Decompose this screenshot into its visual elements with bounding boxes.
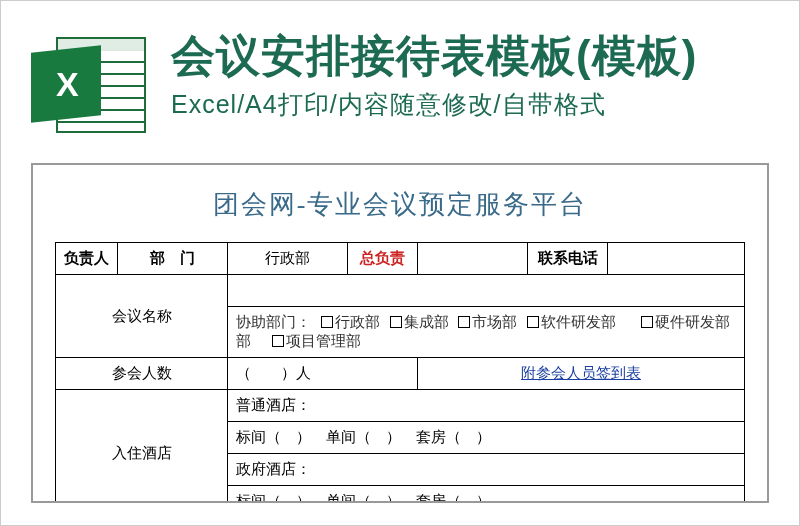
page-title: 会议安排接待表模板(模板): [171, 31, 769, 82]
attendee-count: （ ）人: [228, 358, 418, 390]
checkbox-icon: [458, 316, 470, 328]
phone-label: 联系电话: [528, 243, 608, 275]
signin-link-cell: 附参会人员签到表: [418, 358, 745, 390]
hotel-gov-rooms: 标间（ ） 单间（ ） 套房（ ）: [228, 486, 745, 504]
meeting-form-table: 负责人 部 门 行政部 总负责 联系电话 会议名称 协助部门： 行政部 集成部 …: [55, 242, 745, 503]
assist-option: 项目管理部: [286, 333, 361, 349]
table-row: 负责人 部 门 行政部 总负责 联系电话: [56, 243, 745, 275]
hotel-label: 入住酒店: [56, 390, 228, 504]
overall-label: 总负责: [348, 243, 418, 275]
checkbox-icon: [527, 316, 539, 328]
checkbox-icon: [390, 316, 402, 328]
assist-option: 集成部: [404, 314, 449, 330]
dept-label: 部 门: [118, 243, 228, 275]
table-row: 入住酒店 普通酒店：: [56, 390, 745, 422]
hotel-normal-label: 普通酒店：: [228, 390, 745, 422]
phone-value: [608, 243, 745, 275]
overall-value: [418, 243, 528, 275]
title-block: 会议安排接待表模板(模板) Excel/A4打印/内容随意修改/自带格式: [171, 31, 769, 121]
document-preview: 团会网-专业会议预定服务平台 负责人 部 门 行政部 总负责 联系电话 会议名称…: [31, 163, 769, 503]
excel-badge-letter: X: [56, 65, 76, 104]
table-row: 会议名称: [56, 275, 745, 307]
assist-option: 行政部: [335, 314, 380, 330]
meeting-name-label: 会议名称: [56, 275, 228, 358]
checkbox-icon: [641, 316, 653, 328]
excel-file-icon: X: [31, 31, 151, 141]
assist-option: 软件研发部: [541, 314, 616, 330]
signin-link[interactable]: 附参会人员签到表: [521, 365, 641, 381]
assist-dept-cell: 协助部门： 行政部 集成部 市场部 软件研发部 硬件研发部 部 项目管理部: [228, 307, 745, 358]
assist-prefix: 协助部门：: [236, 314, 311, 330]
document-title: 团会网-专业会议预定服务平台: [55, 187, 745, 222]
header: X 会议安排接待表模板(模板) Excel/A4打印/内容随意修改/自带格式: [1, 1, 799, 151]
hotel-normal-rooms: 标间（ ） 单间（ ） 套房（ ）: [228, 422, 745, 454]
template-card: X 会议安排接待表模板(模板) Excel/A4打印/内容随意修改/自带格式 团…: [0, 0, 800, 526]
table-row: 参会人数 （ ）人 附参会人员签到表: [56, 358, 745, 390]
assist-option: 市场部: [472, 314, 517, 330]
assist-option: 硬件研发部: [655, 314, 730, 330]
dept-value: 行政部: [228, 243, 348, 275]
hotel-gov-label: 政府酒店：: [228, 454, 745, 486]
checkbox-icon: [272, 335, 284, 347]
owner-label: 负责人: [56, 243, 118, 275]
checkbox-icon: [321, 316, 333, 328]
meeting-name-value: [228, 275, 745, 307]
attendee-label: 参会人数: [56, 358, 228, 390]
page-subtitle: Excel/A4打印/内容随意修改/自带格式: [171, 88, 769, 121]
